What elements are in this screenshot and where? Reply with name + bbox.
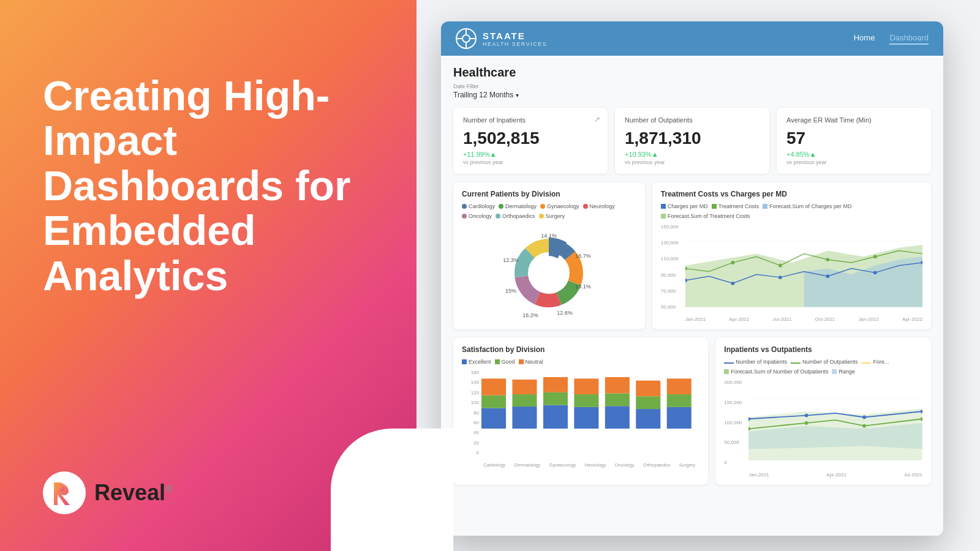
kpi-value: 1,502,815 [463,129,598,148]
bar-chart-title: Satisfaction by Division [462,345,699,354]
svg-rect-49 [481,378,506,395]
kpi-card-er-wait: Average ER Wait Time (Min) 57 +4.85%▲ vs… [777,108,931,174]
svg-rect-67 [667,378,692,394]
svg-point-37 [873,271,877,274]
date-filter-label: Date Filter [453,83,931,89]
svg-text:13.1%: 13.1% [576,283,592,290]
staate-logo-icon [456,28,477,49]
dash-content[interactable]: Healthcare Date Filter Trailing 12 Month… [441,56,943,536]
svg-rect-52 [512,380,537,394]
svg-point-34 [731,282,734,285]
bar-y-axis: 160140120100806040200 [462,370,479,455]
date-filter-value[interactable]: Trailing 12 Months ▾ [453,91,931,99]
svg-rect-60 [605,393,630,406]
dashboard-window: STAATE Health Services Home Dashboard He… [441,21,943,536]
line-legend: Charges per MD Treatment Costs Forecast.… [661,203,922,219]
nav-brand-name: STAATE [483,31,547,41]
kpi-title: Average ER Wait Time (Min) [786,116,921,124]
dashboard-title: Healthcare [453,66,931,80]
svg-rect-53 [543,405,568,429]
svg-rect-57 [574,394,598,407]
donut-chart: 14.1% 16.7% 13.1% 12.6% 16.2% 15% 12.3% [462,224,636,322]
svg-text:14.1%: 14.1% [541,233,557,239]
chevron-down-icon: ▾ [516,92,519,99]
svg-point-3 [462,35,470,42]
kpi-card-outpatients: Number of Outpatients 1,871,310 +10.93%▲… [615,108,769,174]
kpi-title: Number of Outpatients [625,116,760,124]
nav-link-home[interactable]: Home [854,33,875,45]
svg-rect-51 [512,394,537,407]
nav-link-dashboard[interactable]: Dashboard [889,33,929,45]
svg-text:16.2%: 16.2% [523,312,539,318]
kpi-title: Number of Inpatients [463,116,598,124]
bar-chart-svg [479,370,699,438]
svg-rect-65 [667,407,692,429]
bar-x-axis: CardiologyDermatologyGynaecologyNeurolog… [479,462,699,468]
svg-point-78 [805,421,809,425]
reveal-name: Reveal® [94,480,173,505]
inpatients-chart-title: Inpatients vs Outpatients [724,345,922,354]
svg-rect-62 [636,409,660,429]
svg-point-35 [778,276,782,279]
kpi-vs: vs previous year [786,159,921,165]
nav-brand: STAATE Health Services [483,31,547,47]
svg-rect-61 [605,377,630,393]
kpi-vs: vs previous year [625,159,760,165]
inpatients-y-axis: 200,000150,000100,00050,0000 [724,380,748,465]
svg-rect-56 [574,407,598,429]
svg-point-36 [826,274,829,278]
svg-rect-58 [574,378,598,394]
svg-rect-48 [481,395,506,408]
kpi-vs: vs previous year [463,159,598,165]
svg-point-30 [778,264,782,268]
kpi-value: 1,871,310 [625,129,760,148]
bar-chart-card: Satisfaction by Division Excellent Good … [453,338,708,485]
y-axis: 150,000130,000110,00090,00070,00050,000 [661,224,685,310]
kpi-change: +4.85%▲ [786,151,921,158]
svg-text:12.3%: 12.3% [503,257,519,263]
reveal-logo-icon [43,471,86,514]
svg-point-79 [863,424,867,428]
inpatients-legend: Number of Inpatients Number of Outpatien… [724,359,922,375]
donut-legend: Cardiology Dermatology Gynaecology Neuro… [462,203,636,219]
donut-chart-card: Current Patients by Division Cardiology … [453,182,645,329]
expand-icon[interactable]: ↗ [594,115,600,124]
svg-rect-66 [667,394,692,407]
svg-rect-47 [481,408,506,429]
line-chart-card: Treatment Costs vs Charges per MD Charge… [652,182,931,329]
kpi-change: +10.93%▲ [625,151,760,158]
inpatients-svg [748,380,922,460]
inpatients-x-axis: Jan-2021Apr-2021Jul-2021 [748,472,922,478]
headline: Creating High-Impact Dashboards for Embe… [43,73,380,298]
right-panel: STAATE Health Services Home Dashboard He… [417,0,980,551]
x-axis: Jan-2021Apr-2021Jul-2021Oct-2021Jan-2022… [685,317,922,322]
svg-point-75 [863,416,867,419]
svg-text:16.7%: 16.7% [576,253,592,259]
kpi-change: +11.99%▲ [463,151,598,158]
kpi-row: Number of Inpatients ↗ 1,502,815 +11.99%… [453,108,931,174]
svg-point-29 [731,261,734,264]
svg-point-15 [532,256,566,290]
svg-point-31 [826,258,829,261]
bar-chart: 160140120100806040200 CardiologyDermatol… [462,370,699,468]
line-chart-svg [685,224,922,307]
middle-charts-row: Current Patients by Division Cardiology … [453,182,931,329]
svg-rect-63 [636,396,660,409]
left-panel: Creating High-Impact Dashboards for Embe… [0,0,417,551]
donut-chart-title: Current Patients by Division [462,190,636,198]
svg-rect-50 [512,407,537,429]
line-chart-title: Treatment Costs vs Charges per MD [661,190,922,198]
nav-links: Home Dashboard [854,33,929,45]
reveal-brand: Reveal® [94,480,173,506]
svg-text:12.6%: 12.6% [557,310,573,316]
svg-point-74 [805,414,809,418]
donut-svg: 14.1% 16.7% 13.1% 12.6% 16.2% 15% 12.3% [500,224,598,322]
kpi-card-inpatients: Number of Inpatients ↗ 1,502,815 +11.99%… [453,108,608,174]
inpatients-chart: 200,000150,000100,00050,0000 Jan-2021Apr… [724,380,922,478]
svg-text:15%: 15% [505,288,516,294]
bar-legend: Excellent Good Neutral [462,359,699,365]
nav-brand-sub: Health Services [483,41,547,47]
kpi-value: 57 [786,129,921,148]
nav-bar: STAATE Health Services Home Dashboard [441,21,943,56]
svg-rect-55 [543,377,568,392]
